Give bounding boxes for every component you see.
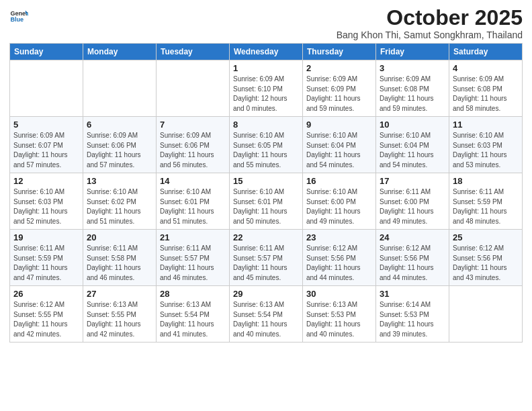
day-number: 27 xyxy=(87,289,152,299)
day-info: Sunrise: 6:10 AMSunset: 6:04 PMDaylight:… xyxy=(380,131,445,170)
week-row-3: 12Sunrise: 6:10 AMSunset: 6:03 PMDayligh… xyxy=(10,173,523,230)
day-cell xyxy=(83,60,157,117)
subtitle: Bang Khon Thi, Samut Songkhram, Thailand xyxy=(337,30,523,40)
day-number: 13 xyxy=(87,176,152,186)
svg-text:Blue: Blue xyxy=(10,16,24,23)
day-cell: 20Sunrise: 6:11 AMSunset: 5:58 PMDayligh… xyxy=(83,230,157,286)
day-info: Sunrise: 6:10 AMSunset: 6:05 PMDaylight:… xyxy=(233,131,299,170)
day-cell: 21Sunrise: 6:11 AMSunset: 5:57 PMDayligh… xyxy=(157,230,230,286)
day-number: 16 xyxy=(306,176,372,186)
day-cell: 14Sunrise: 6:10 AMSunset: 6:01 PMDayligh… xyxy=(157,173,230,230)
day-number: 14 xyxy=(160,176,226,186)
col-saturday: Saturday xyxy=(449,44,523,60)
day-info: Sunrise: 6:13 AMSunset: 5:54 PMDaylight:… xyxy=(160,300,226,339)
day-cell xyxy=(10,60,83,117)
day-number: 28 xyxy=(160,289,226,299)
day-cell: 26Sunrise: 6:12 AMSunset: 5:55 PMDayligh… xyxy=(10,286,83,342)
col-wednesday: Wednesday xyxy=(230,44,303,60)
day-info: Sunrise: 6:09 AMSunset: 6:09 PMDaylight:… xyxy=(306,75,372,113)
day-number: 4 xyxy=(453,63,519,73)
day-info: Sunrise: 6:10 AMSunset: 6:03 PMDaylight:… xyxy=(13,187,79,226)
day-cell: 1Sunrise: 6:09 AMSunset: 6:10 PMDaylight… xyxy=(230,60,303,117)
day-info: Sunrise: 6:11 AMSunset: 5:57 PMDaylight:… xyxy=(233,244,299,283)
day-info: Sunrise: 6:11 AMSunset: 5:59 PMDaylight:… xyxy=(13,244,79,283)
day-info: Sunrise: 6:12 AMSunset: 5:55 PMDaylight:… xyxy=(13,300,79,339)
day-number: 31 xyxy=(380,289,445,299)
day-number: 30 xyxy=(306,289,372,299)
day-info: Sunrise: 6:13 AMSunset: 5:54 PMDaylight:… xyxy=(233,300,299,339)
day-number: 1 xyxy=(233,63,299,73)
day-cell: 4Sunrise: 6:09 AMSunset: 6:08 PMDaylight… xyxy=(449,60,523,117)
day-cell: 31Sunrise: 6:14 AMSunset: 5:53 PMDayligh… xyxy=(376,286,449,342)
day-info: Sunrise: 6:09 AMSunset: 6:06 PMDaylight:… xyxy=(160,131,226,170)
day-cell xyxy=(449,286,523,342)
day-info: Sunrise: 6:10 AMSunset: 6:04 PMDaylight:… xyxy=(306,131,372,170)
day-cell: 29Sunrise: 6:13 AMSunset: 5:54 PMDayligh… xyxy=(230,286,303,342)
week-row-5: 26Sunrise: 6:12 AMSunset: 5:55 PMDayligh… xyxy=(10,286,523,342)
day-cell: 12Sunrise: 6:10 AMSunset: 6:03 PMDayligh… xyxy=(10,173,83,230)
day-cell: 25Sunrise: 6:12 AMSunset: 5:56 PMDayligh… xyxy=(449,230,523,286)
day-number: 5 xyxy=(13,120,79,130)
day-info: Sunrise: 6:11 AMSunset: 5:58 PMDaylight:… xyxy=(87,244,152,283)
day-cell: 16Sunrise: 6:10 AMSunset: 6:00 PMDayligh… xyxy=(303,173,376,230)
calendar-table: Sunday Monday Tuesday Wednesday Thursday… xyxy=(9,43,523,342)
header: General Blue October 2025 Bang Khon Thi,… xyxy=(9,7,523,40)
day-cell: 6Sunrise: 6:09 AMSunset: 6:06 PMDaylight… xyxy=(83,117,157,173)
day-info: Sunrise: 6:11 AMSunset: 6:00 PMDaylight:… xyxy=(380,187,445,226)
day-cell: 18Sunrise: 6:11 AMSunset: 5:59 PMDayligh… xyxy=(449,173,523,230)
day-number: 29 xyxy=(233,289,299,299)
day-number: 3 xyxy=(380,63,445,73)
day-info: Sunrise: 6:12 AMSunset: 5:56 PMDaylight:… xyxy=(453,244,519,283)
day-cell: 30Sunrise: 6:13 AMSunset: 5:53 PMDayligh… xyxy=(303,286,376,342)
day-number: 23 xyxy=(306,232,372,242)
day-cell: 17Sunrise: 6:11 AMSunset: 6:00 PMDayligh… xyxy=(376,173,449,230)
day-number: 15 xyxy=(233,176,299,186)
logo: General Blue xyxy=(9,7,28,26)
day-info: Sunrise: 6:10 AMSunset: 6:01 PMDaylight:… xyxy=(160,187,226,226)
day-info: Sunrise: 6:09 AMSunset: 6:08 PMDaylight:… xyxy=(380,75,445,113)
day-cell: 5Sunrise: 6:09 AMSunset: 6:07 PMDaylight… xyxy=(10,117,83,173)
week-row-4: 19Sunrise: 6:11 AMSunset: 5:59 PMDayligh… xyxy=(10,230,523,286)
day-info: Sunrise: 6:09 AMSunset: 6:08 PMDaylight:… xyxy=(453,75,519,113)
day-number: 8 xyxy=(233,120,299,130)
col-thursday: Thursday xyxy=(303,44,376,60)
day-cell: 22Sunrise: 6:11 AMSunset: 5:57 PMDayligh… xyxy=(230,230,303,286)
week-row-2: 5Sunrise: 6:09 AMSunset: 6:07 PMDaylight… xyxy=(10,117,523,173)
header-row: Sunday Monday Tuesday Wednesday Thursday… xyxy=(10,44,523,60)
day-cell: 28Sunrise: 6:13 AMSunset: 5:54 PMDayligh… xyxy=(157,286,230,342)
day-cell: 19Sunrise: 6:11 AMSunset: 5:59 PMDayligh… xyxy=(10,230,83,286)
day-number: 26 xyxy=(13,289,79,299)
day-cell: 8Sunrise: 6:10 AMSunset: 6:05 PMDaylight… xyxy=(230,117,303,173)
day-cell xyxy=(157,60,230,117)
day-cell: 2Sunrise: 6:09 AMSunset: 6:09 PMDaylight… xyxy=(303,60,376,117)
day-number: 12 xyxy=(13,176,79,186)
day-info: Sunrise: 6:13 AMSunset: 5:55 PMDaylight:… xyxy=(87,300,152,339)
day-info: Sunrise: 6:12 AMSunset: 5:56 PMDaylight:… xyxy=(306,244,372,283)
month-title: October 2025 xyxy=(337,7,523,28)
day-number: 19 xyxy=(13,232,79,242)
day-info: Sunrise: 6:10 AMSunset: 6:01 PMDaylight:… xyxy=(233,187,299,226)
col-sunday: Sunday xyxy=(10,44,83,60)
day-info: Sunrise: 6:10 AMSunset: 6:00 PMDaylight:… xyxy=(306,187,372,226)
day-number: 21 xyxy=(160,232,226,242)
day-number: 17 xyxy=(380,176,445,186)
logo-icon: General Blue xyxy=(9,7,28,26)
day-cell: 11Sunrise: 6:10 AMSunset: 6:03 PMDayligh… xyxy=(449,117,523,173)
day-number: 20 xyxy=(87,232,152,242)
day-info: Sunrise: 6:11 AMSunset: 5:59 PMDaylight:… xyxy=(453,187,519,226)
day-cell: 23Sunrise: 6:12 AMSunset: 5:56 PMDayligh… xyxy=(303,230,376,286)
day-cell: 9Sunrise: 6:10 AMSunset: 6:04 PMDaylight… xyxy=(303,117,376,173)
day-cell: 13Sunrise: 6:10 AMSunset: 6:02 PMDayligh… xyxy=(83,173,157,230)
day-info: Sunrise: 6:14 AMSunset: 5:53 PMDaylight:… xyxy=(380,300,445,339)
title-block: October 2025 Bang Khon Thi, Samut Songkh… xyxy=(337,7,523,40)
day-cell: 15Sunrise: 6:10 AMSunset: 6:01 PMDayligh… xyxy=(230,173,303,230)
col-monday: Monday xyxy=(83,44,157,60)
day-number: 24 xyxy=(380,232,445,242)
day-number: 2 xyxy=(306,63,372,73)
day-number: 7 xyxy=(160,120,226,130)
day-info: Sunrise: 6:09 AMSunset: 6:06 PMDaylight:… xyxy=(87,131,152,170)
calendar-body: 1Sunrise: 6:09 AMSunset: 6:10 PMDaylight… xyxy=(10,60,523,342)
day-cell: 24Sunrise: 6:12 AMSunset: 5:56 PMDayligh… xyxy=(376,230,449,286)
week-row-1: 1Sunrise: 6:09 AMSunset: 6:10 PMDaylight… xyxy=(10,60,523,117)
day-info: Sunrise: 6:13 AMSunset: 5:53 PMDaylight:… xyxy=(306,300,372,339)
